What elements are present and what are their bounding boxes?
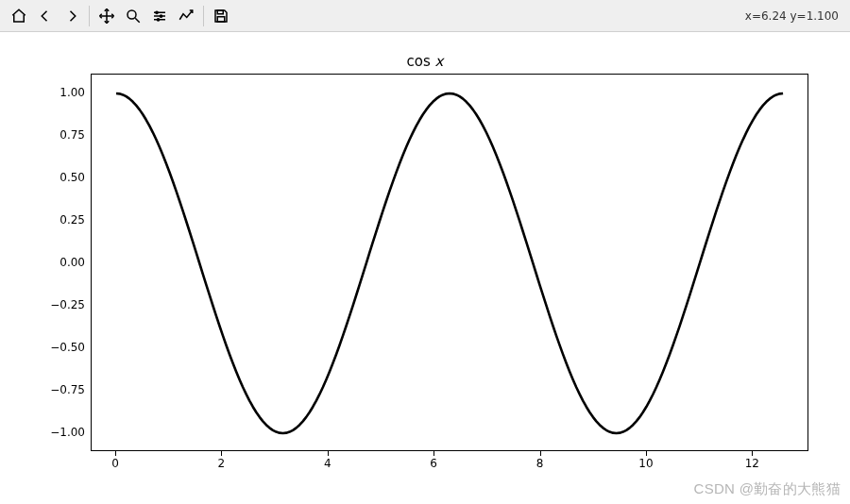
toolbar-separator bbox=[89, 6, 90, 26]
home-icon[interactable] bbox=[6, 3, 32, 29]
xtick-label: 0 bbox=[111, 457, 119, 470]
line-series bbox=[92, 75, 809, 452]
toolbar-separator bbox=[203, 6, 204, 26]
ytick-label: −0.75 bbox=[28, 383, 85, 396]
save-icon[interactable] bbox=[208, 3, 234, 29]
zoom-icon[interactable] bbox=[120, 3, 146, 29]
plot-frame[interactable] bbox=[91, 74, 808, 451]
xtick-label: 12 bbox=[745, 457, 759, 470]
ytick-label: 1.00 bbox=[28, 86, 85, 99]
toolbar: x=6.24 y=1.100 bbox=[0, 0, 850, 32]
svg-point-2 bbox=[160, 14, 162, 16]
ytick-label: −0.25 bbox=[28, 298, 85, 311]
customize-icon[interactable] bbox=[173, 3, 199, 29]
watermark: CSDN @勤奋的大熊猫 bbox=[694, 480, 842, 498]
svg-point-0 bbox=[128, 10, 136, 19]
back-icon[interactable] bbox=[32, 3, 59, 29]
ytick-label: 0.25 bbox=[28, 213, 85, 227]
ytick-label: −1.00 bbox=[28, 426, 85, 439]
coord-readout: x=6.24 y=1.100 bbox=[745, 9, 844, 23]
subplots-icon[interactable] bbox=[146, 3, 173, 29]
xtick-label: 8 bbox=[536, 457, 544, 470]
ytick-label: 0.50 bbox=[28, 171, 85, 184]
forward-icon[interactable] bbox=[59, 3, 85, 29]
ytick-label: −0.50 bbox=[28, 341, 85, 354]
figure: cos x −1.00−0.75−0.50−0.250.000.250.500.… bbox=[0, 32, 850, 504]
ytick-label: 0.75 bbox=[28, 128, 85, 142]
plot-title: cos x bbox=[0, 53, 850, 70]
svg-rect-4 bbox=[217, 10, 223, 14]
xtick-label: 6 bbox=[430, 457, 437, 470]
pan-icon[interactable] bbox=[94, 3, 120, 29]
svg-rect-5 bbox=[217, 16, 225, 21]
xtick-label: 4 bbox=[324, 457, 332, 470]
title-text: cos x bbox=[407, 53, 444, 70]
svg-point-1 bbox=[156, 11, 158, 13]
xtick-label: 2 bbox=[218, 457, 226, 470]
ytick-label: 0.00 bbox=[28, 256, 85, 269]
svg-point-3 bbox=[157, 18, 159, 20]
xtick-label: 10 bbox=[638, 457, 653, 470]
